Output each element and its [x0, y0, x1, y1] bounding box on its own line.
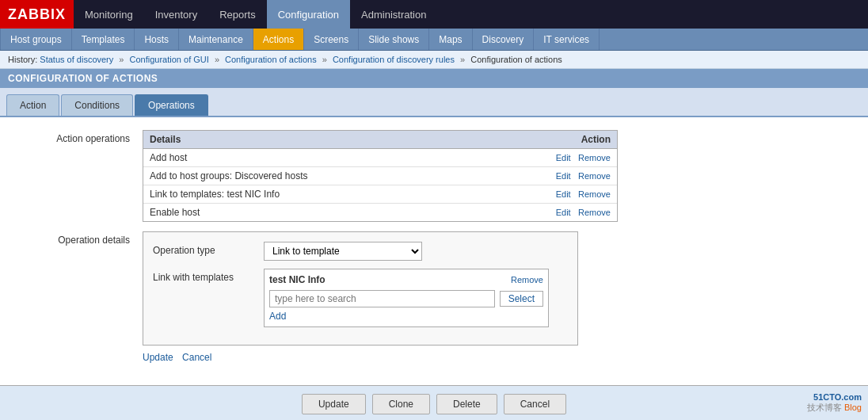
operation-details-box: Operation type Send message Remote comma… [143, 231, 578, 346]
update-button[interactable]: Update [302, 394, 366, 414]
section-title: CONFIGURATION OF ACTIONS [0, 69, 868, 88]
ops-row-1-actions: Edit Remove [516, 152, 611, 163]
nav-actions[interactable]: Actions [253, 29, 304, 50]
operation-type-select[interactable]: Send message Remote command Add host Rem… [264, 242, 422, 261]
clone-button[interactable]: Clone [372, 394, 430, 414]
breadcrumb-link-4[interactable]: Configuration of discovery rules [333, 55, 455, 64]
breadcrumb-label: History: [8, 55, 37, 64]
action-operations-field: Details Action Add host Edit Remove [143, 130, 852, 222]
template-remove-link[interactable]: Remove [511, 275, 543, 284]
link-templates-field: test NIC Info Remove Select Add [264, 269, 568, 327]
main-content: Action operations Details Action Add hos… [0, 117, 868, 385]
ops-row-2-actions: Edit Remove [516, 170, 611, 181]
tab-conditions[interactable]: Conditions [61, 94, 133, 116]
nav-inventory[interactable]: Inventory [144, 0, 208, 29]
operations-table: Details Action Add host Edit Remove [143, 130, 618, 222]
nav-it-services[interactable]: IT services [534, 29, 600, 50]
ops-col-action-header: Action [516, 134, 611, 145]
nav-administration[interactable]: Administration [350, 0, 437, 29]
nav-configuration[interactable]: Configuration [267, 0, 350, 29]
op-type-row: Operation type Send message Remote comma… [153, 242, 568, 261]
inline-update-link[interactable]: Update [143, 352, 173, 363]
ops-row-4-remove[interactable]: Remove [578, 208, 611, 217]
tab-operations[interactable]: Operations [135, 94, 208, 116]
op-type-label: Operation type [153, 242, 264, 256]
watermark: 51CTO.com 技术博客 Blog [807, 392, 862, 414]
action-operations-row: Action operations Details Action Add hos… [16, 130, 852, 222]
ops-row-2-remove[interactable]: Remove [578, 171, 611, 181]
link-templates-label: Link with templates [153, 269, 264, 283]
form-section: Action operations Details Action Add hos… [16, 130, 852, 363]
breadcrumb-link-3[interactable]: Configuration of actions [225, 55, 317, 64]
second-navigation: Host groups Templates Hosts Maintenance … [0, 29, 868, 51]
nav-host-groups[interactable]: Host groups [0, 29, 72, 50]
template-search-input[interactable] [269, 290, 495, 307]
template-box: test NIC Info Remove Select Add [264, 269, 549, 327]
inline-cancel-link[interactable]: Cancel [182, 352, 211, 363]
breadcrumb-link-2[interactable]: Configuration of GUI [130, 55, 209, 64]
nav-slide-shows[interactable]: Slide shows [359, 29, 429, 50]
action-operations-label: Action operations [16, 130, 143, 144]
ops-row-4-actions: Edit Remove [516, 207, 611, 218]
ops-row-4-edit[interactable]: Edit [556, 208, 571, 217]
breadcrumb: History: Status of discovery » Configura… [0, 51, 868, 69]
cancel-button[interactable]: Cancel [504, 394, 566, 414]
nav-discovery[interactable]: Discovery [473, 29, 535, 50]
ops-row-1-details: Add host [150, 152, 516, 163]
ops-row-3-remove[interactable]: Remove [578, 189, 611, 199]
ops-row-3-edit[interactable]: Edit [556, 189, 571, 199]
operation-details-row: Operation details Operation type Send me… [16, 231, 852, 363]
top-nav-items: Monitoring Inventory Reports Configurati… [74, 0, 437, 29]
template-search-row: Select [269, 290, 543, 307]
table-row: Add host Edit Remove [143, 149, 617, 167]
watermark-site: 51CTO.com [813, 392, 862, 402]
table-row: Add to host groups: Discovered hosts Edi… [143, 167, 617, 185]
template-select-button[interactable]: Select [500, 291, 543, 307]
breadcrumb-link-1[interactable]: Status of discovery [40, 55, 113, 64]
logo: ZABBIX [0, 0, 74, 29]
nav-hosts[interactable]: Hosts [135, 29, 179, 50]
delete-button[interactable]: Delete [436, 394, 497, 414]
ops-row-4-details: Enable host [150, 207, 516, 218]
top-navigation: ZABBIX Monitoring Inventory Reports Conf… [0, 0, 868, 29]
template-name: test NIC Info [269, 274, 326, 285]
nav-monitoring[interactable]: Monitoring [74, 0, 144, 29]
inline-actions: Update Cancel [143, 352, 852, 363]
ops-row-2-details: Add to host groups: Discovered hosts [150, 170, 516, 181]
table-row: Link to templates: test NIC Info Edit Re… [143, 185, 617, 204]
tab-action[interactable]: Action [6, 94, 59, 116]
ops-row-3-details: Link to templates: test NIC Info [150, 189, 516, 200]
ops-col-details-header: Details [150, 134, 516, 145]
nav-screens[interactable]: Screens [304, 29, 359, 50]
nav-templates[interactable]: Templates [72, 29, 135, 50]
ops-row-2-edit[interactable]: Edit [556, 171, 571, 181]
bottom-bar: Update Clone Delete Cancel [0, 385, 868, 420]
watermark-blog: Blog [844, 403, 862, 412]
breadcrumb-current: Configuration of actions [470, 55, 562, 64]
nav-maintenance[interactable]: Maintenance [179, 29, 253, 50]
link-templates-row: Link with templates test NIC Info Remove… [153, 269, 568, 327]
template-tag: test NIC Info Remove [269, 274, 543, 285]
nav-reports[interactable]: Reports [208, 0, 267, 29]
watermark-blog-prefix: 技术博客 [807, 403, 842, 412]
ops-row-3-actions: Edit Remove [516, 189, 611, 200]
op-type-field: Send message Remote command Add host Rem… [264, 242, 568, 261]
tabs-bar: Action Conditions Operations [0, 88, 868, 117]
operation-details-field: Operation type Send message Remote comma… [143, 231, 852, 363]
nav-maps[interactable]: Maps [429, 29, 472, 50]
operation-details-label: Operation details [16, 231, 143, 246]
ops-table-header: Details Action [143, 131, 617, 149]
ops-row-1-remove[interactable]: Remove [578, 153, 611, 162]
ops-row-1-edit[interactable]: Edit [556, 153, 571, 162]
table-row: Enable host Edit Remove [143, 204, 617, 221]
template-add-link[interactable]: Add [269, 311, 543, 322]
